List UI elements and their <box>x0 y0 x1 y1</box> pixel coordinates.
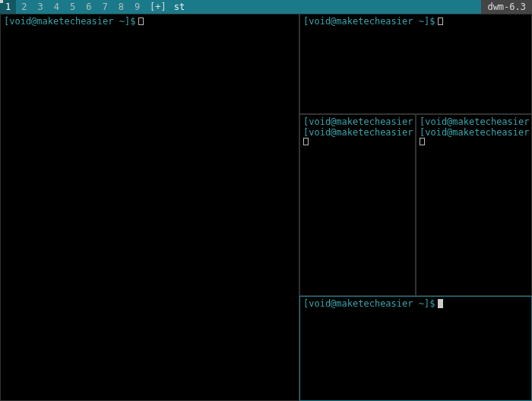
prompt-line: [void@maketecheasier ~]$ <box>303 127 412 138</box>
tag-9[interactable]: 9 <box>129 0 145 14</box>
prompt: [void@maketecheasier ~]$ <box>4 16 135 27</box>
prompt-line: [void@maketecheasier ~]$ <box>4 16 296 27</box>
prompt: [void@maketecheasier ~]$ <box>420 116 532 127</box>
terminal-bottom-right[interactable]: [void@maketecheasier ~]$ <box>299 296 532 401</box>
prompt: [void@maketecheasier ~]$ <box>303 127 416 138</box>
prompt-line: [void@maketecheasier ~]$ <box>303 298 528 309</box>
prompt-line <box>420 138 528 145</box>
prompt-line: [void@maketecheasier ~]$ <box>420 116 528 127</box>
statusbar: 1 2 3 4 5 6 7 8 9 [+] st dwm-6.3 <box>0 0 532 14</box>
cursor-icon <box>438 299 443 308</box>
prompt: [void@maketecheasier ~]$ <box>303 16 435 27</box>
prompt: [void@maketecheasier ~]$ <box>420 127 532 138</box>
terminal-mid-right[interactable]: [void@maketecheasier ~]$ [void@maketeche… <box>416 114 532 296</box>
terminal-top-right[interactable]: [void@maketecheasier ~]$ <box>299 14 532 114</box>
prompt: [void@maketecheasier ~]$ <box>303 298 435 309</box>
tag-1[interactable]: 1 <box>0 0 16 14</box>
cursor-icon <box>303 138 309 145</box>
terminal-mid-left[interactable]: [void@maketecheasier ~]$ [void@maketeche… <box>299 114 416 296</box>
cursor-icon <box>420 138 425 145</box>
prompt-line: [void@maketecheasier ~]$ <box>303 116 412 127</box>
prompt-line: [void@maketecheasier ~]$ <box>420 127 528 138</box>
tag-3[interactable]: 3 <box>32 0 48 14</box>
tag-7[interactable]: 7 <box>97 0 112 14</box>
prompt-line <box>303 138 412 145</box>
tag-2[interactable]: 2 <box>16 0 32 14</box>
window-title: st <box>171 2 482 12</box>
workspace: [void@maketecheasier ~]$ [void@maketeche… <box>0 14 532 401</box>
wm-version: dwm-6.3 <box>481 0 532 14</box>
prompt: [void@maketecheasier ~]$ <box>303 116 416 127</box>
terminal-master[interactable]: [void@maketecheasier ~]$ <box>0 14 299 401</box>
tag-6[interactable]: 6 <box>81 0 97 14</box>
cursor-icon <box>138 18 144 25</box>
layout-symbol[interactable]: [+] <box>145 2 171 12</box>
prompt-line: [void@maketecheasier ~]$ <box>303 16 528 27</box>
tag-8[interactable]: 8 <box>113 0 129 14</box>
cursor-icon <box>438 18 443 25</box>
tag-4[interactable]: 4 <box>49 0 65 14</box>
tag-5[interactable]: 5 <box>65 0 81 14</box>
